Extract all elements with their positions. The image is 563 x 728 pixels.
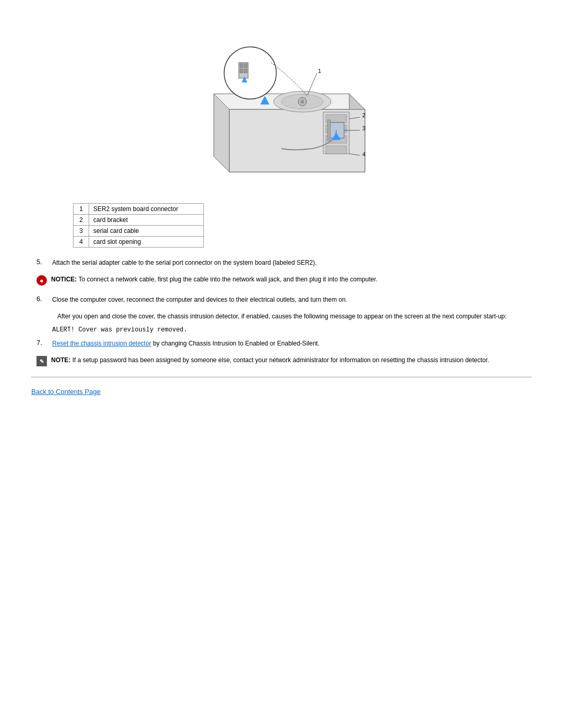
diagram-container: 1 2 3 4 (31, 21, 532, 188)
note-box: ✎ NOTE: If a setup password has been ass… (31, 355, 532, 366)
step-6: 6. Close the computer cover, reconnect t… (31, 295, 532, 304)
step-5-number: 5. (36, 258, 52, 266)
horizontal-divider (31, 377, 532, 377)
step-6-text: Close the computer cover, reconnect the … (52, 295, 347, 304)
notice-icon: ● (36, 275, 47, 286)
svg-point-13 (224, 47, 276, 99)
reset-chassis-link[interactable]: Reset the chassis intrusion detector (52, 340, 151, 347)
parts-table: 1SER2 system board connector2card bracke… (73, 203, 204, 248)
step-7-number: 7. (36, 339, 52, 347)
row-label: serial card cable (89, 226, 204, 237)
svg-rect-18 (244, 69, 247, 73)
alert-text: ALERT! Cover was previously removed. (52, 326, 532, 334)
note-label: NOTE: (51, 356, 70, 364)
row-label: SER2 system board connector (89, 204, 204, 215)
step-7-text-after: by changing Chassis Intrusion to Enabled… (151, 340, 320, 347)
step-7-text: Reset the chassis intrusion detector by … (52, 339, 320, 348)
svg-text:3: 3 (362, 125, 365, 131)
step-5-text: Attach the serial adapter cable to the s… (52, 258, 317, 267)
row-label: card bracket (89, 215, 204, 226)
note-icon: ✎ (36, 356, 47, 366)
note-body: If a setup password has been assigned by… (70, 356, 489, 364)
row-number: 2 (74, 215, 89, 226)
row-number: 1 (74, 204, 89, 215)
svg-rect-10 (327, 120, 331, 141)
hardware-diagram: 1 2 3 4 (182, 21, 381, 188)
step-6-number: 6. (36, 295, 52, 303)
body-para1: After you open and close the cover, the … (52, 312, 532, 321)
step-5: 5. Attach the serial adapter cable to th… (31, 258, 532, 267)
note-text: NOTE: If a setup password has been assig… (51, 355, 489, 365)
row-number: 3 (74, 226, 89, 237)
table-row: 3serial card cable (74, 226, 204, 237)
notice-box: ● NOTICE: To connect a network cable, fi… (31, 275, 532, 286)
back-to-contents: Back to Contents Page (31, 388, 532, 396)
svg-rect-17 (240, 69, 243, 73)
svg-text:1: 1 (318, 68, 321, 74)
row-label: card slot opening (89, 237, 204, 248)
svg-rect-16 (244, 64, 247, 68)
table-row: 2card bracket (74, 215, 204, 226)
svg-text:4: 4 (362, 151, 365, 157)
row-number: 4 (74, 237, 89, 248)
step-7: 7. Reset the chassis intrusion detector … (31, 339, 532, 348)
notice-label: NOTICE: (51, 276, 77, 283)
svg-point-3 (301, 100, 304, 103)
svg-rect-8 (326, 146, 347, 154)
table-row: 4card slot opening (74, 237, 204, 248)
table-row: 1SER2 system board connector (74, 204, 204, 215)
svg-rect-15 (240, 64, 243, 68)
notice-body: To connect a network cable, first plug t… (77, 276, 377, 283)
svg-text:2: 2 (362, 112, 365, 118)
back-to-contents-link[interactable]: Back to Contents Page (31, 388, 101, 396)
notice-text: NOTICE: To connect a network cable, firs… (51, 275, 377, 284)
